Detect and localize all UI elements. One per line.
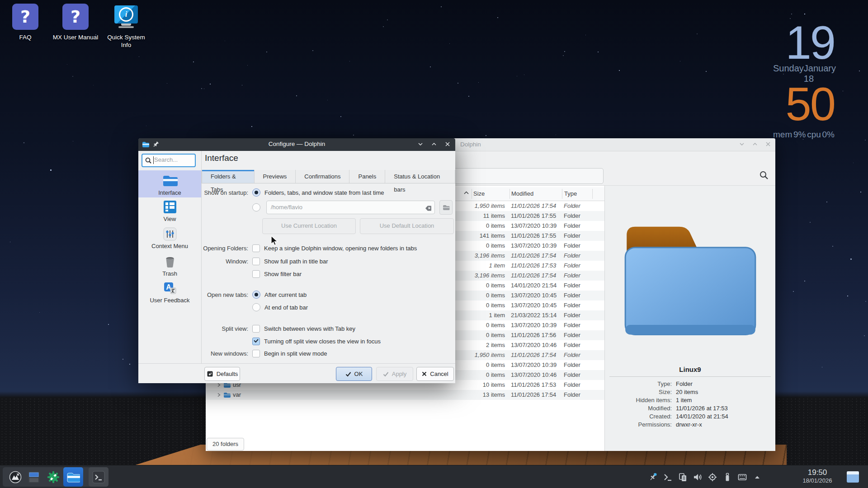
question-mark-icon: ?	[12, 4, 38, 30]
dialog-titlebar[interactable]: Configure — Dolphin	[138, 138, 455, 151]
expander-icon[interactable]	[217, 383, 221, 387]
desktop-icon-quick-system-info[interactable]: i Quick System Info	[103, 4, 150, 49]
tab-folders-tabs[interactable]: Folders & Tabs	[202, 170, 255, 183]
begin-split-checkbox[interactable]	[252, 350, 260, 357]
clear-text-icon[interactable]	[423, 204, 431, 216]
information-panel: Linux9 Type:FolderSize:20 itemsHidden it…	[604, 185, 775, 451]
dialog-title: Configure — Dolphin	[138, 141, 455, 147]
startup-last-time-label[interactable]: Folders, tabs, and window state from las…	[264, 189, 384, 196]
terminal-icon	[92, 470, 105, 484]
minimize-icon[interactable]	[738, 141, 745, 149]
window-label: Window:	[138, 258, 248, 265]
file-type: Folder	[564, 271, 580, 281]
tab-confirmations[interactable]: Confirmations	[296, 170, 349, 183]
check-icon	[383, 371, 389, 377]
file-type: Folder	[564, 221, 580, 231]
file-type: Folder	[564, 340, 580, 350]
file-modified: 11/01/2026 17:53	[511, 380, 556, 390]
file-type: Folder	[564, 231, 580, 241]
defaults-button[interactable]: Defaults	[204, 367, 240, 381]
split-view-label: Split view:	[138, 325, 248, 332]
taskbar-dolphin-button[interactable]	[63, 467, 83, 487]
taskbar-clock[interactable]: 19:50 18/01/2026	[793, 468, 842, 484]
file-type: Folder	[564, 360, 580, 370]
apply-button[interactable]: Apply	[376, 367, 413, 381]
file-row[interactable]: var13 items11/01/2026 17:54Folder	[206, 390, 604, 400]
file-modified: 11/01/2026 17:53	[511, 261, 556, 271]
file-modified: 21/03/2022 15:14	[511, 310, 557, 320]
close-icon[interactable]	[444, 141, 451, 149]
mx-tools-button[interactable]	[43, 467, 63, 487]
at-end-of-tab-bar-radio[interactable]	[252, 303, 260, 311]
monitor-info-icon: i	[113, 4, 139, 30]
page-title: Interface	[205, 153, 238, 163]
new-windows-label: New windows:	[138, 350, 248, 357]
close-icon[interactable]	[764, 141, 772, 149]
close-focused-view-checkbox[interactable]	[252, 338, 260, 345]
file-type: Folder	[564, 330, 580, 340]
notifications-icon[interactable]	[648, 472, 658, 482]
cpu-value: 0%	[822, 130, 835, 140]
search-input[interactable]: Search...	[142, 154, 196, 167]
file-type: Folder	[564, 370, 580, 380]
startup-location-radio[interactable]	[252, 203, 260, 211]
info-detail-row: Modified:11/01/2026 at 17:53	[605, 404, 775, 413]
expander-icon[interactable]	[217, 393, 221, 397]
tab-panels[interactable]: Panels	[349, 170, 385, 183]
question-mark-icon: ?	[62, 4, 89, 30]
folder-icon	[223, 392, 231, 398]
clock-minute: 50	[773, 86, 835, 122]
cancel-button[interactable]: Cancel	[416, 367, 454, 381]
ok-button[interactable]: OK	[336, 367, 372, 381]
startup-last-time-radio[interactable]	[252, 188, 260, 197]
column-header-modified[interactable]: Modified	[511, 190, 533, 197]
full-path-checkbox[interactable]	[252, 258, 260, 265]
file-type: Folder	[564, 241, 580, 251]
info-detail-row: Type:Folder	[605, 380, 775, 388]
touchpad-icon[interactable]	[737, 472, 747, 482]
mx-menu-button[interactable]	[5, 467, 25, 487]
settings-icon[interactable]	[708, 472, 717, 482]
file-modified: 13/07/2020 10:39	[511, 320, 557, 330]
tab-previews[interactable]: Previews	[255, 170, 296, 183]
terminal-tray-icon[interactable]	[663, 472, 673, 482]
file-modified: 13/07/2020 10:39	[511, 221, 557, 231]
minimize-icon[interactable]	[417, 141, 424, 149]
taskbar-date: 18/01/2026	[793, 477, 842, 484]
check-icon	[345, 371, 351, 377]
sort-ascending-icon[interactable]	[463, 190, 469, 197]
show-desktop-button[interactable]	[847, 471, 859, 483]
search-icon[interactable]	[759, 170, 769, 182]
volume-icon[interactable]	[693, 472, 703, 482]
single-window-checkbox[interactable]	[252, 244, 260, 252]
usb-device-icon[interactable]	[722, 472, 732, 482]
use-default-location-button[interactable]: Use Default Location	[360, 218, 454, 234]
folder-preview-icon	[621, 216, 760, 341]
desktop-icon-mx-user-manual[interactable]: ? MX User Manual	[52, 4, 99, 41]
desktop-icon-label: MX User Manual	[52, 33, 99, 41]
use-current-location-button[interactable]: Use Current Location	[262, 218, 356, 234]
column-header-type[interactable]: Type	[564, 190, 577, 197]
mem-value: 9%	[793, 130, 806, 140]
pager-widget[interactable]	[24, 467, 44, 487]
column-header-size[interactable]: Size	[473, 190, 485, 197]
tab-status-location-bars[interactable]: Status & Location bars	[385, 170, 455, 183]
filter-bar-checkbox[interactable]	[252, 270, 260, 278]
expand-tray-icon[interactable]	[752, 472, 762, 482]
taskbar-terminal-button[interactable]	[89, 467, 108, 487]
file-type: Folder	[564, 300, 580, 310]
switch-views-checkbox[interactable]	[252, 325, 260, 333]
file-type: Folder	[564, 310, 580, 320]
maximize-icon[interactable]	[430, 141, 438, 149]
file-modified: 11/01/2026 17:54	[511, 201, 556, 211]
maximize-icon[interactable]	[751, 141, 759, 149]
file-modified: 13/07/2020 10:45	[511, 300, 557, 310]
dolphin-folder-icon	[66, 471, 80, 483]
home-path-input[interactable]: /home/flavio	[266, 201, 435, 214]
after-current-tab-radio[interactable]	[252, 291, 260, 299]
green-gear-wrench-icon	[47, 470, 60, 484]
clipboard-icon[interactable]	[678, 472, 688, 482]
taskbar-time: 19:50	[793, 468, 842, 477]
desktop-icon-faq[interactable]: ? FAQ	[2, 4, 49, 41]
browse-folder-button[interactable]	[439, 200, 453, 215]
